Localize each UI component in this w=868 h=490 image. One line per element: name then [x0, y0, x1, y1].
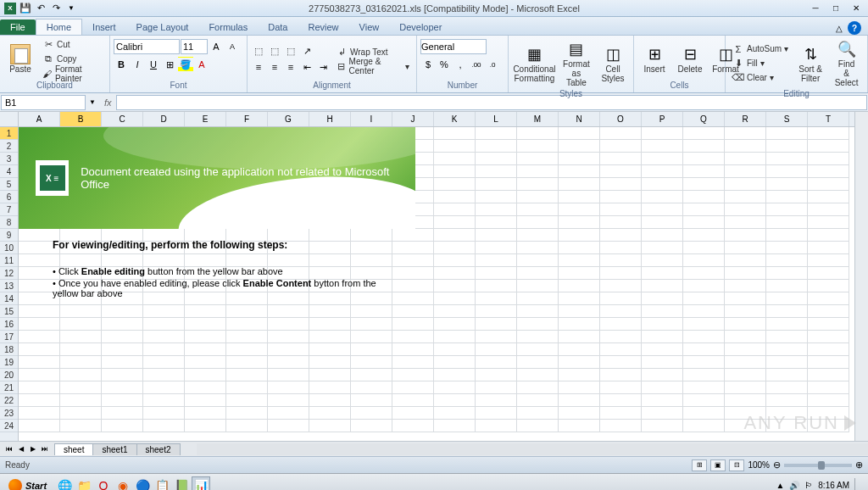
row-header-21[interactable]: 21	[0, 381, 18, 394]
tab-data[interactable]: Data	[258, 19, 298, 35]
col-header-F[interactable]: F	[226, 112, 268, 126]
autosum-button[interactable]: ΣAutoSum ▾	[729, 42, 792, 56]
align-center-icon[interactable]: ≡	[267, 59, 282, 75]
increase-decimal-icon[interactable]: .00	[469, 57, 484, 72]
tray-show-desktop[interactable]	[854, 478, 861, 491]
tab-page-layout[interactable]: Page Layout	[126, 19, 199, 35]
tray-flag-icon[interactable]: 🏳	[804, 481, 813, 490]
row-header-18[interactable]: 18	[0, 343, 18, 356]
row-header-11[interactable]: 11	[0, 254, 18, 267]
conditional-formatting-button[interactable]: ▦Conditional Formatting	[512, 37, 557, 89]
bold-button[interactable]: B	[114, 57, 129, 72]
sheet-tab-2[interactable]: sheet1	[92, 443, 136, 455]
row-header-12[interactable]: 12	[0, 267, 18, 280]
zoom-slider[interactable]	[784, 464, 852, 467]
zoom-level[interactable]: 100%	[748, 460, 770, 470]
row-header-24[interactable]: 24	[0, 420, 18, 432]
tab-review[interactable]: Review	[298, 19, 348, 35]
row-header-8[interactable]: 8	[0, 216, 18, 229]
zoom-in-icon[interactable]: ⊕	[855, 459, 863, 471]
comma-icon[interactable]: ,	[453, 57, 468, 72]
paste-button[interactable]: Paste	[3, 37, 37, 81]
name-box-dropdown-icon[interactable]: ▼	[86, 98, 99, 106]
orientation-icon[interactable]: ↗	[299, 43, 314, 58]
name-box[interactable]: B1	[1, 95, 86, 110]
cell-styles-button[interactable]: ◫Cell Styles	[596, 37, 630, 89]
start-button[interactable]: Start	[0, 477, 55, 491]
format-as-table-button[interactable]: ▤Format as Table	[559, 37, 594, 89]
row-header-4[interactable]: 4	[0, 165, 18, 178]
col-header-K[interactable]: K	[434, 112, 476, 126]
grow-font-icon[interactable]: A	[209, 39, 224, 54]
col-header-A[interactable]: A	[19, 112, 60, 126]
tray-clock[interactable]: 8:16 AM	[818, 481, 849, 490]
task-excel-icon[interactable]: 📊	[192, 476, 210, 491]
font-name-select[interactable]	[114, 39, 180, 54]
tab-view[interactable]: View	[349, 19, 390, 35]
sheet-next-icon[interactable]: ▶	[27, 443, 39, 455]
maximize-button[interactable]: □	[827, 3, 844, 14]
col-header-H[interactable]: H	[309, 112, 351, 126]
zoom-out-icon[interactable]: ⊖	[773, 459, 781, 471]
tab-formulas[interactable]: Formulas	[198, 19, 258, 35]
col-header-E[interactable]: E	[185, 112, 226, 126]
currency-icon[interactable]: $	[420, 57, 436, 72]
align-right-icon[interactable]: ≡	[283, 59, 298, 75]
col-header-S[interactable]: S	[766, 112, 808, 126]
fill-button[interactable]: ⬇Fill ▾	[729, 57, 792, 70]
sheet-last-icon[interactable]: ⏭	[39, 443, 51, 455]
number-format-select[interactable]	[420, 39, 487, 54]
col-header-R[interactable]: R	[725, 112, 766, 126]
row-header-22[interactable]: 22	[0, 394, 18, 407]
font-color-button[interactable]: A	[194, 57, 209, 72]
row-header-15[interactable]: 15	[0, 305, 18, 318]
help-icon[interactable]: ?	[848, 21, 861, 35]
row-header-9[interactable]: 9	[0, 229, 18, 242]
minimize-button[interactable]: ─	[807, 3, 824, 14]
row-header-6[interactable]: 6	[0, 191, 18, 203]
underline-button[interactable]: U	[146, 57, 161, 72]
decrease-decimal-icon[interactable]: .0	[485, 57, 500, 72]
tab-home[interactable]: Home	[36, 19, 82, 35]
sheet-tab-1[interactable]: sheet	[54, 443, 93, 455]
align-middle-icon[interactable]: ⬚	[267, 43, 282, 58]
row-header-23[interactable]: 23	[0, 407, 18, 420]
row-header-16[interactable]: 16	[0, 318, 18, 331]
col-header-P[interactable]: P	[642, 112, 683, 126]
task-opera-icon[interactable]: O	[94, 476, 113, 491]
cells-area[interactable]: X ≡ Document created using the applicati…	[19, 127, 854, 441]
merge-center-button[interactable]: ⊟Merge & Center ▾	[332, 59, 413, 73]
align-left-icon[interactable]: ≡	[251, 59, 266, 75]
col-header-Q[interactable]: Q	[683, 112, 725, 126]
col-header-M[interactable]: M	[517, 112, 559, 126]
sort-filter-button[interactable]: ⇅Sort & Filter	[793, 37, 827, 89]
task-chrome-icon[interactable]: 🔵	[133, 476, 152, 491]
find-select-button[interactable]: 🔍Find & Select	[829, 37, 864, 89]
minimize-ribbon-icon[interactable]: △	[836, 24, 843, 33]
col-header-O[interactable]: O	[600, 112, 642, 126]
indent-decrease-icon[interactable]: ⇤	[299, 59, 314, 75]
select-all-button[interactable]	[0, 112, 18, 127]
col-header-G[interactable]: G	[268, 112, 309, 126]
fill-color-button[interactable]: 🪣	[178, 57, 193, 72]
fx-icon[interactable]: fx	[99, 97, 117, 108]
indent-increase-icon[interactable]: ⇥	[315, 59, 331, 75]
tab-file[interactable]: File	[0, 19, 36, 35]
undo-icon[interactable]: ↶	[34, 2, 47, 15]
row-header-20[interactable]: 20	[0, 369, 18, 381]
italic-button[interactable]: I	[130, 57, 145, 72]
redo-icon[interactable]: ↷	[49, 2, 63, 15]
horizontal-scrollbar[interactable]	[197, 443, 868, 455]
view-break-icon[interactable]: ⊟	[729, 459, 744, 471]
sheet-tab-3[interactable]: sheet2	[136, 443, 181, 455]
tray-volume-icon[interactable]: 🔊	[789, 481, 799, 490]
task-app3-icon[interactable]: 📗	[172, 476, 191, 491]
align-top-icon[interactable]: ⬚	[251, 43, 266, 58]
row-header-2[interactable]: 2	[0, 140, 18, 153]
task-ie-icon[interactable]: 🌐	[55, 476, 74, 491]
insert-cells-button[interactable]: ⊞Insert	[637, 37, 671, 81]
format-painter-button[interactable]: 🖌Format Painter	[39, 67, 106, 81]
clear-button[interactable]: ⌫Clear ▾	[729, 71, 792, 85]
col-header-C[interactable]: C	[102, 112, 143, 126]
col-header-T[interactable]: T	[808, 112, 849, 126]
